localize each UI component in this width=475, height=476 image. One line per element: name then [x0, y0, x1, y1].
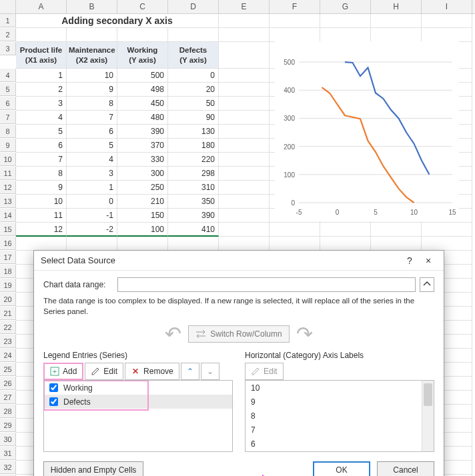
row-header[interactable]: 5 — [0, 83, 16, 96]
row-header[interactable]: 27 — [0, 391, 16, 404]
row-header[interactable]: 8 — [0, 125, 16, 138]
data-cell[interactable]: 1 — [16, 69, 67, 83]
hidden-empty-cells-button[interactable]: Hidden and Empty Cells — [43, 461, 143, 476]
data-cell[interactable]: 180 — [168, 139, 219, 153]
data-cell[interactable]: 50 — [168, 97, 219, 111]
data-cell[interactable]: 450 — [117, 97, 168, 111]
table-header[interactable]: Defects(Y axis) — [168, 42, 219, 69]
row-header[interactable]: 9 — [0, 139, 16, 152]
data-cell[interactable]: 250 — [117, 181, 168, 195]
remove-series-button[interactable]: ✕ Remove — [125, 363, 179, 380]
data-cell[interactable]: 9 — [67, 83, 117, 97]
data-cell[interactable]: 10 — [67, 69, 117, 83]
data-cell[interactable]: 390 — [117, 125, 168, 139]
data-cell[interactable]: 5 — [67, 139, 117, 153]
row-header[interactable]: 2 — [0, 28, 16, 41]
chart-data-range-input[interactable] — [117, 277, 416, 292]
series-checkbox[interactable] — [49, 397, 58, 406]
data-cell[interactable]: 100 — [117, 223, 168, 237]
row-header[interactable]: 29 — [0, 419, 16, 432]
col-header[interactable]: G — [320, 0, 371, 13]
move-up-button[interactable]: ⌃ — [181, 363, 199, 380]
data-cell[interactable]: 480 — [117, 111, 168, 125]
data-cell[interactable]: 1 — [67, 181, 117, 195]
row-header[interactable]: 22 — [0, 321, 16, 334]
row-header[interactable]: 13 — [0, 195, 16, 208]
row-header[interactable]: 26 — [0, 377, 16, 390]
col-header[interactable]: C — [117, 0, 168, 13]
data-cell[interactable]: 20 — [168, 83, 219, 97]
add-series-button[interactable]: + Add — [43, 363, 83, 380]
data-cell[interactable]: 11 — [16, 209, 67, 223]
cancel-button[interactable]: Cancel — [377, 461, 434, 476]
row-header[interactable]: 15 — [0, 223, 16, 236]
row-header[interactable]: 6 — [0, 97, 16, 110]
data-cell[interactable]: 210 — [117, 195, 168, 209]
data-cell[interactable]: 390 — [168, 209, 219, 223]
data-cell[interactable]: 5 — [16, 125, 67, 139]
ok-button[interactable]: OK — [313, 461, 370, 476]
category-list-item[interactable]: 8 — [246, 409, 434, 423]
data-cell[interactable]: 8 — [67, 97, 117, 111]
data-cell[interactable]: 370 — [117, 139, 168, 153]
row-header[interactable]: 25 — [0, 363, 16, 376]
table-header[interactable]: Working(Y axis) — [117, 42, 168, 69]
data-cell[interactable]: 410 — [168, 223, 219, 237]
data-cell[interactable]: -1 — [67, 209, 117, 223]
select-all-corner[interactable] — [0, 0, 16, 13]
data-cell[interactable]: 498 — [117, 83, 168, 97]
row-header[interactable]: 7 — [0, 111, 16, 124]
data-cell[interactable]: 130 — [168, 125, 219, 139]
data-cell[interactable]: 10 — [16, 195, 67, 209]
data-cell[interactable]: 0 — [168, 69, 219, 83]
data-cell[interactable]: 4 — [16, 111, 67, 125]
col-header[interactable]: E — [219, 0, 270, 13]
data-cell[interactable]: 500 — [117, 69, 168, 83]
category-list[interactable]: 109876 — [245, 380, 434, 452]
col-header[interactable]: B — [67, 0, 117, 13]
row-header[interactable]: 21 — [0, 307, 16, 320]
close-button[interactable]: × — [420, 252, 437, 269]
data-cell[interactable]: 350 — [168, 195, 219, 209]
row-header[interactable]: 23 — [0, 335, 16, 348]
category-list-item[interactable]: 10 — [246, 381, 434, 395]
data-cell[interactable]: 3 — [67, 167, 117, 181]
data-cell[interactable]: 0 — [67, 195, 117, 209]
data-cell[interactable]: 4 — [67, 153, 117, 167]
category-list-item[interactable]: 7 — [246, 423, 434, 437]
category-list-item[interactable]: 6 — [246, 437, 434, 451]
row-header[interactable]: 10 — [0, 153, 16, 166]
data-cell[interactable]: 150 — [117, 209, 168, 223]
data-cell[interactable]: 90 — [168, 111, 219, 125]
data-cell[interactable]: 6 — [67, 125, 117, 139]
row-header[interactable]: 4 — [0, 69, 16, 82]
col-header[interactable]: F — [270, 0, 320, 13]
data-cell[interactable]: 7 — [16, 153, 67, 167]
data-cell[interactable]: 298 — [168, 167, 219, 181]
data-cell[interactable]: 300 — [117, 167, 168, 181]
col-header[interactable]: I — [422, 0, 472, 13]
row-header[interactable]: 24 — [0, 349, 16, 362]
table-header[interactable]: Product life(X1 axis) — [16, 42, 67, 69]
col-header[interactable]: H — [371, 0, 422, 13]
scrollbar-thumb[interactable] — [424, 383, 432, 406]
row-header[interactable]: 16 — [0, 237, 16, 250]
row-header[interactable]: 30 — [0, 433, 16, 446]
data-cell[interactable]: 7 — [67, 111, 117, 125]
row-header[interactable]: 3 — [0, 42, 16, 55]
data-cell[interactable]: 310 — [168, 181, 219, 195]
row-header[interactable]: 18 — [0, 265, 16, 278]
row-header[interactable]: 32 — [0, 461, 16, 474]
range-picker-button[interactable] — [420, 277, 434, 292]
row-header[interactable]: 20 — [0, 293, 16, 306]
row-header[interactable]: 17 — [0, 251, 16, 264]
data-cell[interactable]: 9 — [16, 181, 67, 195]
row-header[interactable]: 12 — [0, 181, 16, 194]
data-cell[interactable]: 6 — [16, 139, 67, 153]
data-cell[interactable]: 2 — [16, 83, 67, 97]
row-header[interactable]: 19 — [0, 279, 16, 292]
row-header[interactable]: 1 — [0, 14, 16, 27]
row-header[interactable]: 31 — [0, 447, 16, 460]
row-header[interactable]: 28 — [0, 405, 16, 418]
row-header[interactable]: 14 — [0, 209, 16, 222]
